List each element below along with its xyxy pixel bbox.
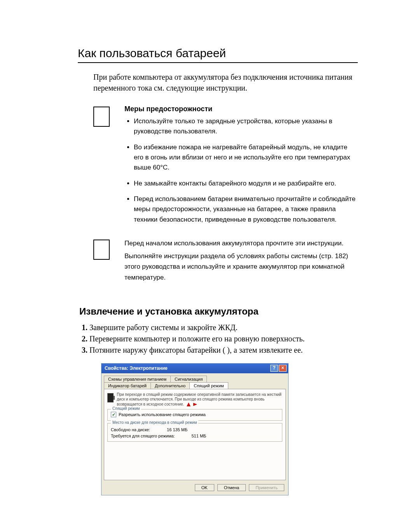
required-space-value: 511 МБ (192, 434, 206, 438)
precaution-item: Не замыкайте контакты батарейного модуля… (134, 178, 358, 189)
enable-hibernate-checkbox[interactable]: ✔ (111, 412, 116, 417)
ok-button[interactable]: OK (195, 484, 214, 491)
title-divider (78, 62, 358, 63)
apply-button[interactable]: Применить (249, 484, 284, 491)
free-space-value: 16 135 МБ (167, 427, 187, 432)
note-line: Перед началом использования аккумулятора… (124, 238, 358, 248)
group-title: Спящий режим (111, 406, 141, 411)
dialog-title: Свойства: Электропитание (105, 366, 270, 371)
arrow-up-icon (187, 402, 191, 406)
intro-paragraph: При работе компьютера от аккумулятора бе… (93, 72, 358, 93)
precaution-item: Используйте только те зарядные устройств… (134, 116, 358, 137)
step-item: Переверните компьютер и положите его на … (89, 334, 358, 343)
group-disk-space: Место на диске для перехода в спящий реж… (107, 423, 282, 442)
checkbox-label: Разрешить использование спящего режима (119, 412, 206, 417)
note-icon (93, 240, 110, 260)
precaution-item: Во избежание пожара не нагревайте батаре… (134, 142, 358, 173)
tab-advanced[interactable]: Дополнительно (150, 382, 190, 389)
tab-alarms[interactable]: Сигнализация (170, 376, 207, 382)
close-button[interactable]: × (279, 365, 287, 372)
tab-hibernate[interactable]: Спящий режим (189, 382, 228, 389)
precautions-heading: Меры предосторожности (124, 105, 358, 113)
hibernate-description: При переходе в спящий режим содержимое о… (117, 392, 282, 407)
steps-list: Завершите работу системы и закройте ЖКД.… (81, 323, 358, 355)
group-hibernate: Спящий режим ✔ Разрешить использование с… (107, 409, 282, 421)
cancel-button[interactable]: Отмена (217, 484, 246, 491)
battery-icon (107, 393, 114, 402)
tab-panel-hibernate: При переходе в спящий режим содержимое о… (104, 389, 286, 481)
required-space-label: Требуется для спящего режима: (111, 434, 175, 438)
power-options-dialog: Свойства: Электропитание ? × Схемы управ… (101, 363, 289, 496)
help-button[interactable]: ? (270, 365, 278, 372)
section-heading-extract-install: Извлечение и установка аккумулятора (79, 306, 358, 317)
page-title: Как пользоваться батареей (78, 47, 358, 60)
group-title: Место на диске для перехода в спящий реж… (111, 420, 198, 425)
caution-icon (93, 107, 110, 127)
tab-power-meter[interactable]: Индикатор батарей (104, 382, 151, 389)
arrow-right-icon (193, 403, 197, 406)
tab-power-schemes[interactable]: Схемы управления питанием (104, 376, 171, 382)
note-line: Выполняйте инструкции раздела об условия… (124, 251, 358, 283)
step-item: Потяните наружу фиксаторы батарейки ( ),… (89, 346, 358, 355)
precaution-item: Перед использованием батареи внимательно… (134, 194, 358, 225)
free-space-label: Свободно на диске: (111, 427, 150, 432)
step-item: Завершите работу системы и закройте ЖКД. (89, 323, 358, 332)
